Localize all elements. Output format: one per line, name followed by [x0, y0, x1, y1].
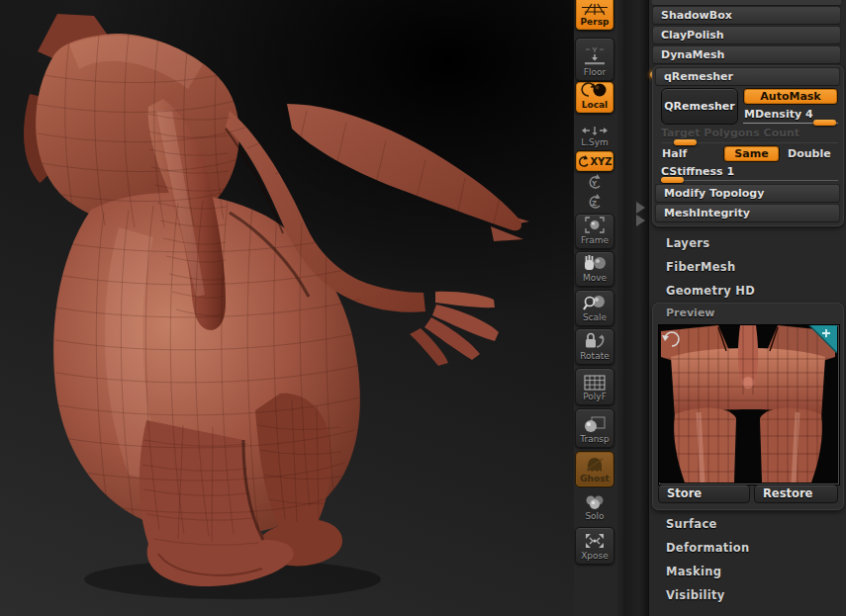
mdensity-slider-knob[interactable]	[813, 120, 836, 126]
zbrush-window: Persp Floor Local	[0, 0, 846, 616]
scale-magnifier-icon	[583, 294, 607, 311]
restore-button[interactable]: Restore	[754, 484, 838, 503]
local-button[interactable]: Local	[575, 81, 614, 114]
section-deformation[interactable]: Deformation	[666, 541, 750, 555]
polyf-label: PolyF	[583, 392, 607, 402]
scale-label: Scale	[583, 312, 607, 323]
local-label: Local	[582, 100, 608, 111]
splitter-chevron-icon[interactable]	[636, 202, 645, 214]
target-polygons-label: Target Polygons Count	[661, 127, 799, 139]
half-button[interactable]: Half	[662, 147, 687, 160]
creature-model	[0, 0, 574, 616]
section-masking[interactable]: Masking	[666, 565, 721, 578]
ghost-icon	[584, 456, 606, 473]
local-pivot-icon	[581, 82, 609, 99]
automask-button[interactable]: AutoMask	[743, 88, 838, 105]
cstiffness-slider-track[interactable]	[661, 180, 838, 181]
xpose-button[interactable]: Xpose	[575, 527, 614, 565]
move-hand-icon	[583, 254, 607, 272]
sculpt-viewport[interactable]	[0, 0, 574, 616]
section-shadowbox[interactable]: ShadowBox	[652, 6, 841, 25]
xpose-arrows-icon	[584, 532, 606, 550]
floor-snap-icon	[583, 46, 607, 66]
lsym-button[interactable]: L.Sym	[575, 125, 614, 150]
solo-label: Solo	[585, 511, 604, 522]
persp-label: Persp	[581, 17, 610, 28]
preview-render	[659, 325, 837, 483]
cstiffness-value: 1	[726, 165, 734, 178]
section-dynamesh[interactable]: DynaMesh	[652, 45, 841, 64]
section-fibermesh[interactable]: FiberMesh	[666, 260, 735, 274]
preview-canvas[interactable]	[658, 324, 840, 485]
svg-text:Y: Y	[591, 180, 598, 188]
same-button[interactable]: Same	[723, 145, 780, 162]
splitter-chevron-icon[interactable]	[636, 215, 645, 226]
perspective-grid-icon	[581, 3, 609, 16]
store-button[interactable]: Store	[658, 484, 750, 503]
mdensity-value: 4	[805, 108, 813, 121]
qremesher-run-button[interactable]: QRemesher	[661, 88, 738, 125]
section-geometry-hd[interactable]: Geometry HD	[666, 284, 755, 298]
move-button[interactable]: Move	[575, 251, 614, 287]
rotate-y-icon: Y	[586, 174, 604, 191]
creature-back-arm	[287, 104, 529, 241]
scale-button[interactable]: Scale	[575, 290, 614, 326]
rotate-z-icon: Z	[586, 194, 604, 211]
section-meshintegrity[interactable]: MeshIntegrity	[655, 204, 840, 222]
preview-subpalette: Preview	[652, 303, 844, 510]
solo-spheres-icon	[583, 494, 607, 510]
rotate-y-button[interactable]: Y	[575, 174, 614, 193]
section-visibility[interactable]: Visibility	[666, 588, 724, 602]
rotate-z-button[interactable]: Z	[575, 194, 614, 213]
target-polygons-slider-knob[interactable]	[674, 139, 697, 145]
svg-text:Z: Z	[592, 200, 597, 208]
section-claypolish[interactable]: ClayPolish	[652, 26, 841, 44]
right-shelf-toolbar: Persp Floor Local	[574, 0, 617, 616]
ghost-label: Ghost	[580, 474, 610, 484]
frame-button[interactable]: Frame	[575, 214, 614, 249]
rotate-xyz-button[interactable]: XYZ	[575, 150, 614, 172]
mdensity-label: MDensity 4	[744, 108, 813, 121]
polyf-button[interactable]: PolyF	[575, 368, 614, 405]
section-modify-topology[interactable]: Modify Topology	[655, 184, 840, 203]
preview-title: Preview	[666, 307, 715, 319]
rotate-label: Rotate	[580, 351, 609, 362]
rotate-button[interactable]: Rotate	[575, 328, 614, 365]
section-surface[interactable]: Surface	[666, 517, 717, 531]
frame-icon	[584, 216, 606, 234]
rotate-lock-icon	[583, 331, 607, 350]
qremesher-subpalette: qRemesher QRemesher AutoMask MDensity 4 …	[652, 65, 844, 226]
ghost-button[interactable]: Ghost	[575, 451, 614, 487]
rotate-xyz-icon	[577, 155, 589, 168]
panel-splitter[interactable]	[617, 0, 648, 616]
move-label: Move	[583, 273, 607, 284]
polyframe-grid-icon	[584, 375, 606, 391]
rotate-xyz-label: XYZ	[590, 156, 611, 167]
floor-button[interactable]: Floor	[575, 38, 614, 81]
floor-label: Floor	[584, 67, 606, 78]
transp-button[interactable]: Transp	[575, 408, 614, 448]
lsym-label: L.Sym	[581, 137, 609, 148]
lateral-symmetry-icon	[581, 126, 609, 136]
frame-label: Frame	[581, 235, 609, 246]
double-button[interactable]: Double	[788, 147, 831, 160]
transp-label: Transp	[580, 434, 610, 445]
cstiffness-slider-knob[interactable]	[661, 177, 684, 183]
tool-subpalettes-panel: ShadowBox ClayPolish DynaMesh qRemesher …	[648, 0, 846, 616]
section-layers[interactable]: Layers	[666, 236, 709, 250]
xpose-label: Xpose	[581, 551, 609, 562]
persp-button[interactable]: Persp	[575, 0, 614, 31]
solo-button[interactable]: Solo	[575, 489, 614, 524]
section-qremesher[interactable]: qRemesher	[655, 67, 840, 86]
transparency-icon	[583, 416, 607, 433]
